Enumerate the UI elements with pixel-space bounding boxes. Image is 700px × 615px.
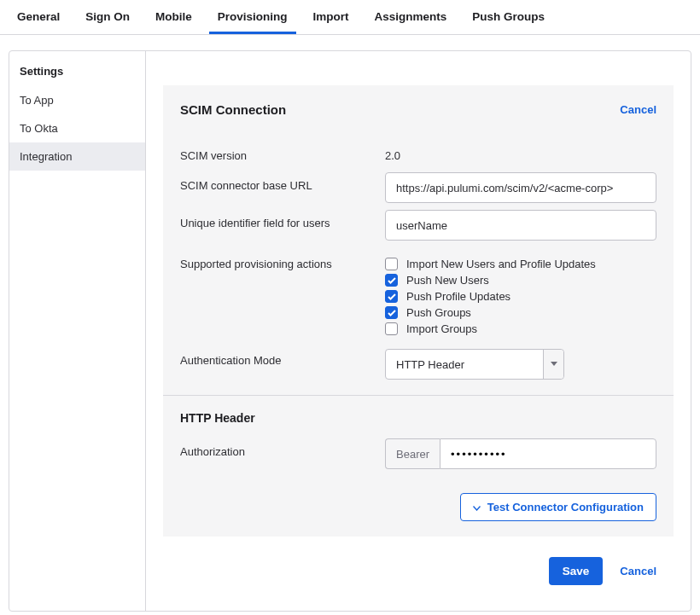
- unique-id-label: Unique identifier field for users: [180, 210, 385, 229]
- scim-panel: SCIM Connection Cancel SCIM version 2.0 …: [163, 85, 674, 537]
- checkbox-label-import-new-users: Import New Users and Profile Updates: [406, 258, 596, 270]
- checkbox-import-new-users[interactable]: [385, 258, 398, 270]
- test-connector-label: Test Connector Configuration: [487, 501, 644, 513]
- panel-cancel-link[interactable]: Cancel: [620, 103, 656, 116]
- sidebar-item-to-app[interactable]: To App: [9, 86, 145, 114]
- test-connector-button[interactable]: Test Connector Configuration: [460, 493, 656, 521]
- bearer-token-input[interactable]: [440, 438, 656, 469]
- scim-version-value: 2.0: [385, 142, 400, 162]
- checkbox-push-new-users[interactable]: [385, 274, 398, 287]
- tab-general[interactable]: General: [9, 0, 68, 34]
- checkbox-import-groups[interactable]: [385, 322, 398, 335]
- tab-sign-on[interactable]: Sign On: [77, 0, 138, 34]
- bearer-prefix: Bearer: [385, 438, 440, 469]
- content-area: SCIM Connection Cancel SCIM version 2.0 …: [146, 51, 691, 611]
- checkbox-label-push-groups: Push Groups: [406, 306, 471, 319]
- footer-actions: Save Cancel: [163, 537, 674, 590]
- tab-push-groups[interactable]: Push Groups: [464, 0, 553, 34]
- checkbox-label-push-new-users: Push New Users: [406, 274, 489, 287]
- sidebar-item-to-okta[interactable]: To Okta: [9, 114, 145, 142]
- base-url-label: SCIM connector base URL: [180, 172, 385, 192]
- panel-title: SCIM Connection: [180, 102, 286, 117]
- authorization-label: Authorization: [180, 438, 385, 458]
- http-header-title: HTTP Header: [163, 396, 674, 435]
- checkbox-push-profile-updates[interactable]: [385, 290, 398, 303]
- settings-sidebar: Settings To App To Okta Integration: [9, 51, 146, 611]
- checkbox-push-groups[interactable]: [385, 306, 398, 319]
- tab-import[interactable]: Import: [305, 0, 358, 34]
- auth-mode-select[interactable]: [385, 349, 564, 380]
- tab-provisioning[interactable]: Provisioning: [209, 0, 296, 34]
- footer-cancel-link[interactable]: Cancel: [620, 565, 656, 577]
- actions-label: Supported provisioning actions: [180, 251, 385, 270]
- chevron-down-icon: [473, 501, 481, 513]
- checkbox-label-push-profile-updates: Push Profile Updates: [406, 290, 510, 303]
- sidebar-heading: Settings: [9, 58, 145, 86]
- scim-version-label: SCIM version: [180, 142, 385, 162]
- auth-mode-label: Authentication Mode: [180, 347, 385, 367]
- top-tabs: General Sign On Mobile Provisioning Impo…: [0, 0, 700, 35]
- tab-assignments[interactable]: Assignments: [366, 0, 456, 34]
- unique-id-input[interactable]: [385, 210, 656, 241]
- main-layout: Settings To App To Okta Integration SCIM…: [9, 50, 691, 612]
- sidebar-item-integration[interactable]: Integration: [9, 142, 145, 171]
- base-url-input[interactable]: [385, 172, 656, 203]
- tab-mobile[interactable]: Mobile: [147, 0, 201, 34]
- save-button[interactable]: Save: [549, 557, 604, 585]
- checkbox-label-import-groups: Import Groups: [406, 322, 477, 335]
